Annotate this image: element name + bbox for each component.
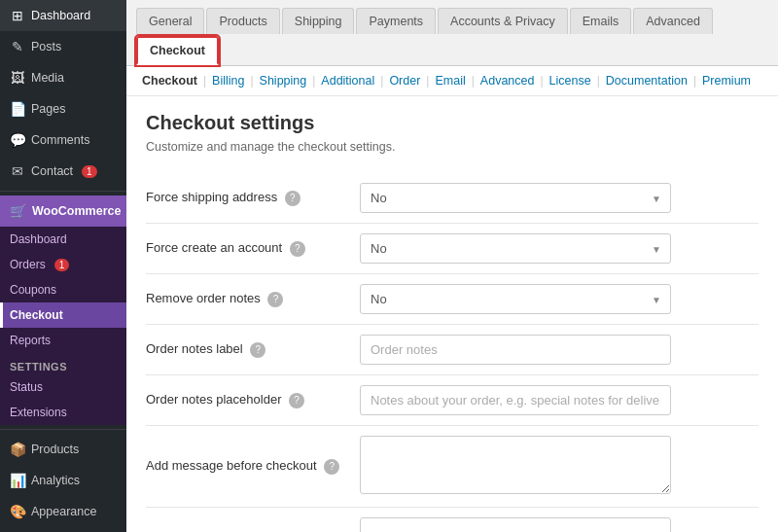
help-icon-3[interactable]: ? [250, 342, 265, 358]
tab-accounts-privacy[interactable]: Accounts & Privacy [438, 8, 568, 34]
subtab-checkout[interactable]: Checkout [138, 74, 201, 88]
select-force-shipping[interactable]: No Yes [360, 183, 671, 213]
woo-item-reports[interactable]: Reports [0, 328, 126, 353]
divider-1 [0, 191, 126, 192]
subtab-email[interactable]: Email [431, 74, 469, 88]
woocommerce-header[interactable]: 🛒 WooCommerce [0, 195, 126, 227]
woo-item-coupons[interactable]: Coupons [0, 277, 126, 302]
tab-shipping[interactable]: Shipping [282, 8, 355, 34]
sidebar: ⊞ Dashboard ✎ Posts 🖼 Media 📄 Pages 💬 Co… [0, 0, 126, 532]
subtab-premium[interactable]: Premium [698, 74, 755, 88]
input-order-notes-label [360, 325, 759, 375]
page-description: Customize and manage the checkout settin… [146, 140, 759, 154]
settings-content: Checkout settings Customize and manage t… [126, 96, 778, 532]
text-order-notes-label[interactable] [360, 335, 671, 365]
table-row: Remove order notes ? No Yes [146, 274, 759, 325]
select-wrapper-1: No Yes [360, 233, 671, 264]
comments-icon: 💬 [10, 132, 25, 148]
tab-checkout[interactable]: Checkout [136, 36, 219, 65]
textarea-message-before-checkout[interactable] [360, 436, 671, 494]
help-icon-5[interactable]: ? [324, 459, 339, 475]
subtab-documentation[interactable]: Documentation [602, 74, 691, 88]
input-force-create-account: No Yes [360, 224, 759, 274]
media-icon: 🖼 [10, 70, 25, 86]
input-order-notes-placeholder [360, 375, 759, 426]
sidebar-item-contact[interactable]: ✉ Contact 1 [0, 156, 126, 187]
table-row: Force create an account ? No Yes [146, 224, 759, 274]
woo-icon: 🛒 [10, 203, 26, 219]
sidebar-item-posts[interactable]: ✎ Posts [0, 31, 126, 62]
subtab-advanced[interactable]: Advanced [477, 74, 539, 88]
dashboard-icon: ⊞ [10, 8, 25, 23]
subtab-billing[interactable]: Billing [208, 74, 248, 88]
label-remove-order-notes: Remove order notes ? [146, 274, 360, 325]
settings-section-header: Settings [0, 353, 126, 374]
subtab-shipping[interactable]: Shipping [256, 74, 311, 88]
orders-badge: 1 [54, 259, 70, 271]
settings-table: Force shipping address ? No Yes [146, 173, 759, 532]
tab-payments[interactable]: Payments [356, 8, 436, 34]
analytics-icon: 📊 [10, 473, 25, 488]
woo-item-checkout[interactable]: Checkout [0, 302, 126, 328]
woo-item-status[interactable]: Status [0, 374, 126, 400]
sidebar-item-products[interactable]: 📦 Products [0, 434, 126, 465]
label-message-before-checkout: Add message before checkout ? [146, 426, 360, 508]
label-message-after-checkout: Add message after checkout ? [146, 508, 360, 533]
label-force-shipping: Force shipping address ? [146, 173, 360, 224]
divider-2 [0, 429, 126, 430]
select-wrapper-0: No Yes [360, 183, 671, 213]
select-remove-order-notes[interactable]: No Yes [360, 284, 671, 314]
sidebar-item-comments[interactable]: 💬 Comments [0, 124, 126, 156]
table-row: Order notes label ? [146, 325, 759, 375]
table-row: Force shipping address ? No Yes [146, 173, 759, 224]
sidebar-item-pages[interactable]: 📄 Pages [0, 93, 126, 124]
text-order-notes-placeholder[interactable] [360, 385, 671, 415]
products-icon: 📦 [10, 442, 25, 457]
tab-advanced[interactable]: Advanced [633, 8, 713, 34]
tab-general[interactable]: General [136, 8, 204, 34]
sidebar-item-dashboard[interactable]: ⊞ Dashboard [0, 0, 126, 31]
sub-tabs: Checkout | Billing | Shipping | Addition… [126, 66, 778, 96]
subtab-order[interactable]: Order [385, 74, 424, 88]
woo-item-extensions[interactable]: Extensions [0, 400, 126, 425]
help-icon-1[interactable]: ? [290, 241, 305, 257]
tab-products[interactable]: Products [206, 8, 279, 34]
sidebar-item-media[interactable]: 🖼 Media [0, 62, 126, 93]
select-force-create-account[interactable]: No Yes [360, 233, 671, 264]
woo-item-orders[interactable]: Orders 1 [0, 252, 126, 277]
woo-item-dashboard[interactable]: Dashboard [0, 227, 126, 252]
appearance-icon: 🎨 [10, 504, 25, 519]
subtab-additional[interactable]: Additional [317, 74, 378, 88]
top-tabs: General Products Shipping Payments Accou… [126, 0, 778, 66]
contact-badge: 1 [82, 165, 97, 178]
table-row: Order notes placeholder ? [146, 375, 759, 426]
help-icon-0[interactable]: ? [285, 191, 301, 206]
contact-icon: ✉ [10, 163, 25, 179]
table-row: Add message before checkout ? [146, 426, 759, 508]
select-wrapper-2: No Yes [360, 284, 671, 314]
pages-icon: 📄 [10, 101, 25, 117]
woocommerce-sub-menu: Dashboard Orders 1 Coupons Checkout Repo… [0, 227, 126, 425]
main-content: General Products Shipping Payments Accou… [126, 0, 778, 532]
help-icon-2[interactable]: ? [267, 292, 283, 307]
textarea-message-after-checkout[interactable] [360, 517, 671, 532]
help-icon-4[interactable]: ? [289, 393, 304, 408]
label-force-create-account: Force create an account ? [146, 224, 360, 274]
label-order-notes-label: Order notes label ? [146, 325, 360, 375]
input-force-shipping: No Yes [360, 173, 759, 224]
page-title: Checkout settings [146, 112, 759, 134]
input-message-after-checkout [360, 508, 759, 533]
sidebar-item-analytics[interactable]: 📊 Analytics [0, 465, 126, 496]
tab-emails[interactable]: Emails [570, 8, 632, 34]
sidebar-item-yith[interactable]: ⚙ YITH [0, 527, 126, 532]
table-row: Add message after checkout ? [146, 508, 759, 533]
input-message-before-checkout [360, 426, 759, 508]
input-remove-order-notes: No Yes [360, 274, 759, 325]
label-order-notes-placeholder: Order notes placeholder ? [146, 375, 360, 426]
posts-icon: ✎ [10, 39, 25, 54]
subtab-license[interactable]: License [546, 74, 595, 88]
sidebar-item-appearance[interactable]: 🎨 Appearance [0, 496, 126, 527]
